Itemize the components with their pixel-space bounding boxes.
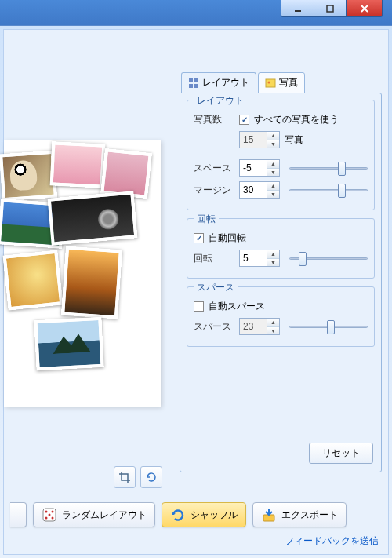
svg-rect-5 (194, 84, 198, 88)
sparse-fieldset: スパース 自動スパース スパース ▲▼ (187, 286, 375, 347)
shuffle-icon (170, 507, 186, 523)
photo-count-label: 写真数 (194, 113, 234, 126)
tab-photos-label: 写真 (279, 76, 298, 89)
spin-up[interactable]: ▲ (267, 182, 279, 191)
photo-unit-label: 写真 (285, 133, 303, 147)
spin-up[interactable]: ▲ (267, 250, 279, 259)
spin-down[interactable]: ▼ (267, 191, 279, 199)
photo-count-spinner: ▲▼ (239, 131, 280, 148)
margin-spinner[interactable]: ▲▼ (239, 181, 280, 199)
photo-count-input (240, 132, 267, 148)
rotation-input[interactable] (240, 250, 267, 266)
random-layout-button[interactable]: ランダムレイアウト (33, 502, 155, 527)
rotation-legend: 回転 (194, 213, 219, 226)
use-all-checkbox[interactable]: ✓ (239, 115, 249, 125)
partial-button-edge[interactable] (10, 502, 27, 527)
margin-label: マージン (194, 184, 234, 197)
sparse-spinner: ▲▼ (239, 318, 280, 335)
shuffle-button[interactable]: シャッフル (162, 502, 246, 527)
photo-thumbnail (50, 141, 106, 188)
svg-rect-1 (327, 5, 333, 12)
use-all-label: すべての写真を使う (254, 113, 339, 126)
photo-thumbnail (0, 151, 57, 202)
dice-icon (42, 507, 57, 523)
svg-point-10 (52, 511, 54, 513)
refresh-tool-button[interactable] (140, 466, 162, 488)
space-slider[interactable] (289, 159, 368, 177)
sparse-label: スパース (194, 320, 234, 334)
svg-rect-6 (266, 79, 275, 87)
shuffle-label: シャッフル (191, 509, 238, 522)
feedback-link[interactable]: フィードバックを送信 (285, 534, 379, 548)
svg-rect-3 (194, 78, 198, 82)
svg-rect-4 (189, 84, 193, 88)
sparse-legend: スパース (194, 281, 238, 294)
rotation-spinner[interactable]: ▲▼ (239, 250, 280, 267)
window-titlebar (0, 0, 392, 25)
spin-up[interactable]: ▲ (267, 132, 279, 140)
spin-up[interactable]: ▲ (267, 160, 279, 169)
svg-rect-2 (189, 78, 193, 82)
photo-thumbnail (48, 191, 138, 245)
svg-point-9 (45, 511, 48, 513)
tab-layout-label: レイアウト (202, 76, 249, 89)
auto-sparse-label: 自動スパース (209, 300, 265, 313)
rotation-label: 回転 (194, 252, 234, 265)
rotation-slider[interactable] (289, 250, 368, 267)
maximize-button[interactable] (314, 0, 347, 17)
space-label: スペース (194, 162, 234, 175)
layout-legend: レイアウト (194, 94, 247, 108)
crop-tool-button[interactable] (114, 466, 136, 488)
space-input[interactable] (240, 160, 267, 176)
export-label: エクスポート (281, 509, 338, 522)
spin-up[interactable]: ▲ (267, 319, 279, 327)
svg-point-13 (52, 517, 54, 520)
spin-down[interactable]: ▼ (267, 169, 279, 177)
auto-sparse-checkbox[interactable] (194, 301, 204, 312)
spin-down[interactable]: ▼ (267, 259, 279, 267)
minimize-button[interactable] (281, 0, 314, 17)
auto-rotation-checkbox[interactable]: ✓ (194, 233, 204, 243)
margin-slider[interactable] (289, 181, 368, 199)
sparse-input (240, 319, 267, 334)
photos-icon (265, 78, 276, 89)
photo-thumbnail (61, 246, 122, 319)
rotation-fieldset: 回転 ✓ 自動回転 回転 ▲▼ (187, 218, 375, 279)
photo-thumbnail (3, 250, 64, 311)
margin-input[interactable] (240, 182, 267, 198)
reset-button[interactable]: リセット (309, 443, 373, 464)
export-button[interactable]: エクスポート (252, 502, 347, 527)
random-layout-label: ランダムレイアウト (62, 509, 147, 522)
spin-down[interactable]: ▼ (267, 327, 279, 335)
close-button[interactable] (347, 0, 383, 17)
auto-rotation-label: 自動回転 (209, 232, 246, 245)
space-spinner[interactable]: ▲▼ (239, 159, 280, 177)
collage-preview (4, 140, 161, 407)
export-icon (261, 507, 277, 523)
spin-down[interactable]: ▼ (267, 140, 279, 148)
tab-layout[interactable]: レイアウト (181, 72, 256, 93)
layout-icon (188, 78, 199, 89)
tab-photos[interactable]: 写真 (258, 72, 305, 93)
photo-thumbnail (34, 317, 103, 370)
sparse-slider[interactable] (289, 318, 368, 335)
layout-fieldset: レイアウト 写真数 ✓ すべての写真を使う ▲▼ 写真 スペース (187, 100, 375, 210)
svg-point-7 (268, 81, 270, 83)
svg-rect-0 (295, 10, 301, 12)
svg-point-11 (49, 514, 51, 516)
svg-point-12 (45, 517, 48, 520)
